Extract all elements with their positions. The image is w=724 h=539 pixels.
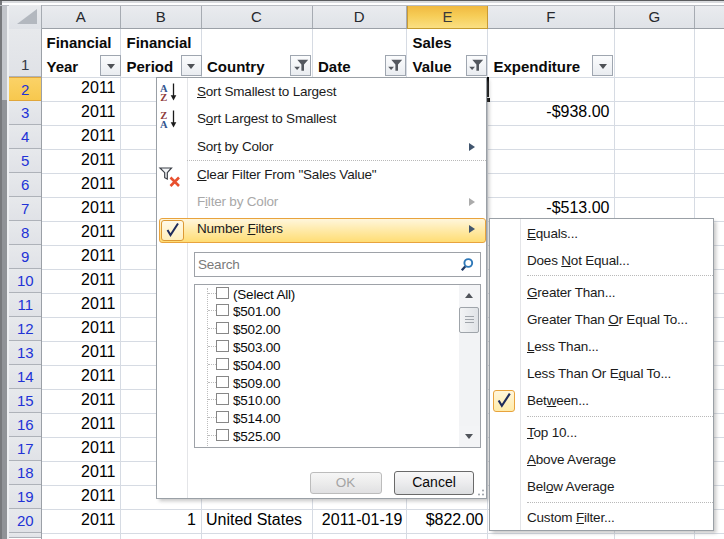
svg-text:A: A bbox=[160, 119, 168, 130]
svg-text:Z: Z bbox=[160, 92, 167, 103]
